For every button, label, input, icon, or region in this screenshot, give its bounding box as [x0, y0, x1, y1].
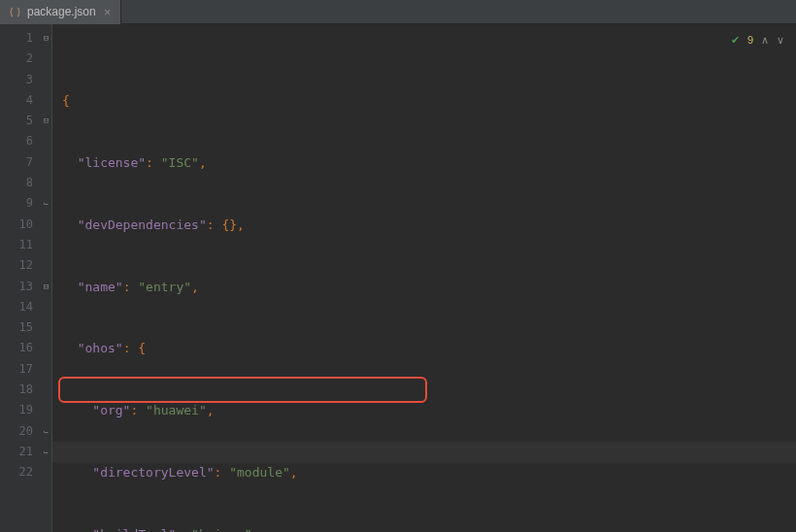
- fold-end: ⌙: [41, 193, 51, 214]
- highlight-box: [58, 377, 427, 403]
- inspection-status[interactable]: ✔ 9 ∧ ∨: [731, 30, 784, 50]
- fold-gutter: ⊟ ⊟ ⌙ ⊟ ⌙ ⌙: [41, 24, 52, 532]
- fold-end: ⌙: [41, 442, 51, 462]
- warning-count: 9: [747, 30, 753, 50]
- fold-toggle[interactable]: ⊟: [41, 277, 51, 297]
- code-editor[interactable]: 12345678910111213141516171819202122 ⊟ ⊟ …: [0, 24, 796, 532]
- line-number-gutter: 12345678910111213141516171819202122: [0, 24, 41, 532]
- fold-end: ⌙: [41, 421, 51, 442]
- tab-bar: package.json ×: [0, 0, 796, 24]
- tab-label: package.json: [27, 5, 96, 18]
- fold-toggle[interactable]: ⊟: [41, 111, 51, 131]
- close-icon[interactable]: ×: [102, 5, 114, 19]
- code-area[interactable]: { "license": "ISC", "devDependencies": {…: [52, 24, 796, 532]
- fold-toggle[interactable]: ⊟: [41, 28, 51, 49]
- prev-warning-icon[interactable]: ∧: [761, 30, 769, 50]
- check-icon: ✔: [731, 30, 740, 50]
- tab-package-json[interactable]: package.json ×: [0, 0, 121, 24]
- json-file-icon: [8, 5, 21, 18]
- next-warning-icon[interactable]: ∨: [777, 30, 784, 50]
